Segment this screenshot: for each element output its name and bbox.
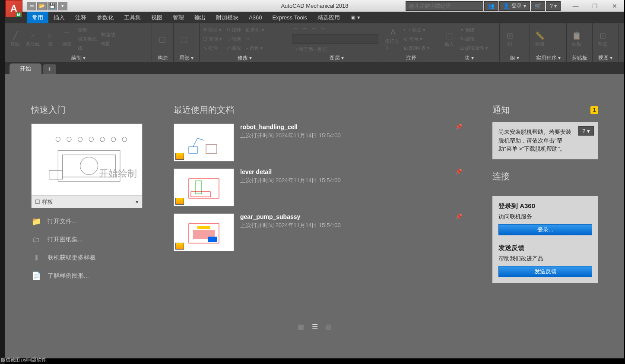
trim-button[interactable]: ✂ bbox=[244, 35, 266, 44]
mtext-button[interactable]: A多行文字 bbox=[385, 26, 401, 52]
learn-samples-action[interactable]: 📄了解样例图形... bbox=[31, 270, 143, 282]
layer-off-button[interactable]: ☰ bbox=[310, 24, 318, 33]
qat-new-icon[interactable]: ▭ bbox=[27, 2, 36, 10]
dim-button[interactable]: ⟷ 标注 ▾ bbox=[402, 26, 431, 35]
start-drawing-tile[interactable]: 开始绘制 ☐ 样板 ▾ bbox=[31, 123, 143, 208]
rect-button[interactable]: 矩形 bbox=[76, 26, 98, 35]
layer-combo[interactable] bbox=[292, 34, 378, 44]
panel-layer-title[interactable]: 图层 ▾ bbox=[292, 54, 381, 62]
paste-button[interactable]: 📋粘贴 bbox=[568, 26, 585, 52]
block-attr-button[interactable]: ⊞ 编辑属性 ▾ bbox=[458, 44, 490, 53]
panel-draw-title[interactable]: 绘制 ▾ bbox=[7, 54, 150, 62]
block-create-button[interactable]: ✦ 创建 bbox=[458, 26, 490, 35]
tab-express[interactable]: Express Tools bbox=[267, 12, 312, 23]
notif-help-button[interactable]: ? ▾ bbox=[578, 126, 594, 136]
polyline-button[interactable]: ⟋多段线 bbox=[24, 26, 41, 52]
tab-annotate[interactable]: 注释 bbox=[70, 12, 92, 23]
mirror-button[interactable]: ▢ 镜像 bbox=[225, 35, 243, 44]
a360-login-button[interactable]: 登录... bbox=[498, 224, 592, 235]
open-file-action[interactable]: 📁打开文件... bbox=[31, 215, 143, 228]
detail-button[interactable]: ⬚ bbox=[175, 26, 192, 52]
tab-toolset[interactable]: 工具集 bbox=[119, 12, 146, 23]
move-layer-button[interactable]: ⇨ 移至另一图层 bbox=[292, 45, 381, 54]
xline-button[interactable]: 线 bbox=[76, 44, 98, 53]
login-button[interactable]: 👤 登录 ▾ bbox=[499, 1, 530, 11]
tab-home[interactable]: 常用 bbox=[27, 12, 48, 23]
view-list-icon[interactable]: ☰ bbox=[311, 323, 319, 330]
panel-utility-title[interactable]: 实用程序 ▾ bbox=[532, 54, 565, 62]
line-button[interactable]: ╱直线 bbox=[7, 26, 23, 52]
view-small-icon[interactable]: ▦ bbox=[297, 323, 305, 330]
app-menu-logo[interactable]: A M bbox=[5, 0, 22, 17]
recent-thumb-2[interactable] bbox=[174, 213, 234, 251]
feedback-button[interactable]: 发送反馈 bbox=[498, 266, 592, 277]
panel-clipboard-title[interactable]: 剪贴板 bbox=[568, 54, 590, 62]
panel-annotate-title[interactable]: 注释 bbox=[385, 54, 437, 62]
fillet-button[interactable]: ⌐ 圆角 ▾ bbox=[244, 44, 266, 53]
search-input[interactable] bbox=[406, 1, 483, 11]
infocenter-button[interactable]: 👥 bbox=[484, 1, 498, 11]
get-templates-action[interactable]: ⬇联机获取更多样板 bbox=[31, 252, 143, 264]
rotate-button[interactable]: ↻ 旋转 bbox=[225, 26, 243, 35]
tab-insert[interactable]: 插入 bbox=[48, 12, 70, 23]
measure-button[interactable]: 📏测量 bbox=[532, 26, 548, 52]
symbol-button[interactable]: ⊕ 符号 ▾ bbox=[402, 35, 431, 44]
tab-addins[interactable]: 附加模块 bbox=[211, 12, 244, 23]
recent-name-2[interactable]: gear_pump_subassy bbox=[240, 213, 449, 220]
scale-button[interactable]: ⤢ 缩放 bbox=[225, 44, 243, 53]
view-large-icon[interactable]: ▤ bbox=[325, 323, 333, 330]
minimize-button[interactable]: — bbox=[566, 0, 585, 12]
tab-a360[interactable]: A360 bbox=[244, 12, 267, 23]
panel-construct-title[interactable]: 构造 bbox=[154, 54, 171, 62]
open-sheetset-action[interactable]: 🗂打开图纸集... bbox=[31, 234, 143, 246]
group-button[interactable]: ⊞组 bbox=[501, 26, 518, 52]
tab-parametric[interactable]: 参数化 bbox=[92, 12, 119, 23]
arc-button[interactable]: ⌒圆弧 bbox=[59, 26, 75, 52]
recent-name-0[interactable]: robot_handling_cell bbox=[240, 123, 449, 130]
help-button[interactable]: ? ▾ bbox=[546, 1, 561, 11]
constr-button[interactable]: 构造线 bbox=[99, 30, 117, 39]
ellipse-button[interactable]: 椭圆 bbox=[99, 39, 117, 48]
panel-modify-title[interactable]: 修改 ▾ bbox=[201, 54, 288, 62]
recent-thumb-0[interactable] bbox=[174, 123, 234, 161]
panel-group-title[interactable]: 组 ▾ bbox=[501, 54, 528, 62]
template-dropdown[interactable]: ☐ 样板 ▾ bbox=[32, 195, 142, 208]
recent-thumb-1[interactable] bbox=[174, 168, 234, 206]
tab-switch-icon[interactable]: ▣ ▾ bbox=[345, 12, 365, 23]
qat-save-icon[interactable]: 💾 bbox=[48, 2, 57, 10]
panel-local-title[interactable]: 局部 ▾ bbox=[175, 54, 197, 62]
maximize-button[interactable]: ☐ bbox=[585, 0, 605, 12]
bom-button[interactable]: ⊞ BOM 表 ▾ bbox=[402, 44, 431, 53]
pin-icon[interactable]: 📌 bbox=[455, 168, 462, 206]
pin-icon[interactable]: 📌 bbox=[455, 213, 462, 251]
pin-icon[interactable]: 📌 bbox=[455, 123, 462, 161]
tab-featured[interactable]: 精选应用 bbox=[312, 12, 345, 23]
tab-start[interactable]: 开始 bbox=[10, 63, 41, 74]
panel-block-title[interactable]: 块 ▾ bbox=[441, 54, 498, 62]
exchange-button[interactable]: 🛒 bbox=[531, 1, 545, 11]
hatch-button[interactable]: 填充模式 bbox=[76, 35, 98, 44]
qat-open-icon[interactable]: 📂 bbox=[37, 2, 47, 10]
move-button[interactable]: ✥ 移动 ▾ bbox=[201, 26, 224, 35]
close-button[interactable]: ✕ bbox=[605, 0, 624, 12]
array-button[interactable]: ⊞ 阵列 ▾ bbox=[244, 26, 266, 35]
base-button[interactable]: ⊡基点 bbox=[594, 26, 611, 52]
tab-output[interactable]: 输出 bbox=[189, 12, 211, 23]
tab-manage[interactable]: 管理 bbox=[168, 12, 189, 23]
block-edit-button[interactable]: ✎ 编辑 bbox=[458, 35, 490, 44]
local-button[interactable]: ▢ bbox=[154, 26, 170, 52]
copy-button[interactable]: ❐ 复制 ▾ bbox=[201, 35, 224, 44]
insert-block-button[interactable]: ⬚插入 bbox=[441, 26, 457, 52]
layer-prop-button[interactable]: ☰ bbox=[292, 24, 300, 33]
panel-view-title[interactable]: 视图 ▾ bbox=[594, 54, 616, 62]
qat-dropdown-icon[interactable]: ▾ bbox=[58, 2, 67, 10]
layer-freeze-button[interactable]: ☰ bbox=[319, 24, 327, 33]
recent-name-1[interactable]: lever detail bbox=[240, 168, 449, 175]
add-tab-button[interactable]: + bbox=[43, 64, 56, 74]
stretch-button[interactable]: ⤡ 拉伸 bbox=[201, 44, 224, 53]
tab-view[interactable]: 视图 bbox=[146, 12, 168, 23]
svg-rect-12 bbox=[206, 145, 217, 153]
circle-button[interactable]: ○圆 bbox=[41, 26, 58, 52]
drawing-preview: 开始绘制 bbox=[32, 124, 142, 195]
layer-iso-button[interactable]: ☰ bbox=[301, 24, 309, 33]
